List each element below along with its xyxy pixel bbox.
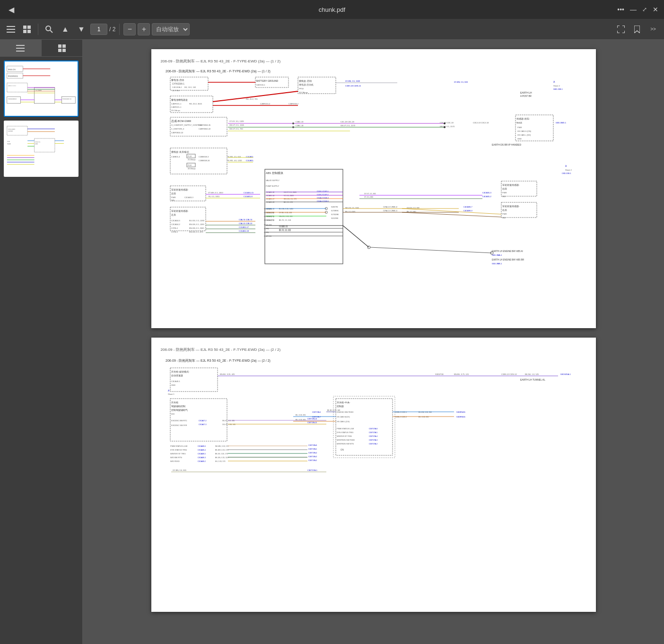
svg-text:控制器: 控制器	[35, 143, 38, 145]
next-page-button[interactable]: ▼	[74, 22, 88, 36]
svg-text:C2CA03-3: C2CA03-3	[184, 196, 193, 199]
sidebar-toggle-button[interactable]	[4, 22, 18, 36]
svg-text:C4BF0B18-35: C4BF0B18-35	[199, 124, 211, 126]
page-2-diagram: 206-09 - 防抱死制车 — EJL R3 50 43_2E - F-TYP…	[161, 356, 586, 522]
svg-text:BK-YE, 2.5, 618: BK-YE, 2.5, 618	[279, 219, 291, 221]
svg-text:GY-BN, 0.6, 665: GY-BN, 0.6, 665	[173, 469, 187, 471]
title-bar-left: ◀	[6, 4, 17, 15]
svg-rect-13	[58, 44, 61, 48]
pdf-content-area[interactable]: 206-09 - 防抱死制车 — EJL R3 50 43_2E - F-TYP…	[83, 40, 664, 644]
pdf-page-2: 206-09 - 防抱死制车 — EJL R3 50 43_2E - F-TYP…	[151, 338, 596, 612]
svg-text:C1BB01-4: C1BB01-4	[171, 156, 180, 158]
svg-text:A POST BR: A POST BR	[520, 95, 532, 97]
svg-text:GN-VT, 0.5, 1570: GN-VT, 0.5, 1570	[440, 125, 455, 128]
bookmark-button[interactable]	[630, 22, 644, 36]
svg-text:C3ET37A-14: C3ET37A-14	[307, 418, 317, 420]
svg-text:VT, 0.5, 893: VT, 0.5, 893	[364, 196, 373, 198]
svg-text:HS CAN H (ON): HS CAN H (ON)	[517, 130, 532, 132]
search-button[interactable]	[42, 22, 56, 36]
svg-text:总成-BCM-GWM: 总成-BCM-GWM	[171, 120, 191, 122]
svg-text:C4TK029A-1: C4TK029A-1	[172, 83, 185, 85]
thumbnail-page-2[interactable]: 开关组-旋转模式- 自动变速器 开关组-中央- 控制器	[4, 121, 79, 177]
sidebar-tab-grid[interactable]	[42, 40, 83, 56]
svg-text:40.0 Amps: 40.0 Amps	[188, 168, 196, 170]
svg-text:C3ET37A-7: C3ET37A-7	[312, 416, 321, 418]
svg-text:C_IGNITION_3: C_IGNITION_3	[171, 128, 184, 130]
svg-text:开关组-中央-: 开关组-中央-	[35, 141, 41, 143]
svg-text:接线盒-友后端-左: 接线盒-友后端-左	[171, 150, 189, 153]
back-button[interactable]: ◀	[6, 4, 17, 15]
svg-text:自动变速器: 自动变速器	[171, 374, 183, 377]
svg-point-263	[444, 126, 446, 128]
svg-text:PWR: PWR	[517, 126, 522, 129]
svg-text:开关组: 开关组	[171, 401, 178, 404]
thumbnail-page-1[interactable]: 蓄电池-启动 蓄电池继电器盒 总成-BCM-GWM ABS 控制模块	[4, 61, 79, 117]
svg-text:GN-VT, 0.5, 1345: GN-VT, 0.5, 1345	[229, 124, 245, 126]
svg-text:车轮转速传感器-: 车轮转速传感器-	[171, 209, 189, 212]
svg-text:BN-BU, 0.35, 425: BN-BU, 0.35, 425	[220, 373, 235, 375]
svg-text:C1CA01-15: C1CA01-15	[244, 191, 254, 194]
close-icon[interactable]: ✕	[653, 6, 658, 13]
svg-point-112	[292, 126, 294, 128]
svg-text:12.0 Wiri: 12.0 Wiri	[172, 89, 180, 92]
svg-text:BATTERY GROUND: BATTERY GROUND	[256, 79, 279, 82]
svg-text:C31A-6 C31B-6: C31A-6 C31B-6	[317, 200, 329, 202]
svg-text:WINTER ST TRIG: WINTER ST TRIG	[170, 453, 186, 455]
svg-text:C4BF0C5-1: C4BF0C5-1	[171, 106, 182, 108]
svg-text:C3ET37A-5: C3ET37A-5	[369, 432, 377, 434]
svg-text:PWR: PWR	[502, 213, 507, 215]
svg-text:C33N-12 C33V-12: C33N-12 C33V-12	[501, 373, 517, 375]
prev-page-button[interactable]: ▲	[58, 22, 72, 36]
svg-text:C33H-18 C32N-15: C33H-18 C32N-15	[345, 85, 361, 87]
fullscreen-button[interactable]	[614, 22, 628, 36]
svg-text:控制器: 控制器	[337, 405, 344, 408]
svg-text:Sheet 2: Sheet 2	[553, 85, 560, 87]
svg-text:C4CA06-4: C4CA06-4	[463, 209, 472, 212]
dots-icon[interactable]: •••	[617, 6, 624, 13]
svg-text:C3ET37A-2: C3ET37A-2	[369, 443, 377, 445]
zoom-select[interactable]: 自动缩放 50% 75% 100% 125% 150%	[152, 23, 190, 35]
svg-text:S3DRN5G: S3DRN5G	[456, 416, 465, 418]
svg-text:C3ET37A-15: C3ET37A-15	[307, 422, 317, 424]
zoom-out-button[interactable]: −	[123, 23, 136, 35]
main-layout: 蓄电池-启动 蓄电池继电器盒 总成-BCM-GWM ABS 控制模块	[0, 40, 664, 644]
separator-1	[38, 24, 38, 35]
title-bar: ◀ chunk.pdf ••• — ⤢ ✕	[0, 0, 664, 19]
svg-text:FL50: FL50	[188, 165, 192, 166]
svg-text:C1BB01B-3: C1BB01B-3	[199, 156, 209, 158]
svg-text:G3CH25A-1: G3CH25A-1	[560, 373, 571, 375]
svg-text:ABS 控制模块: ABS 控制模块	[35, 90, 41, 91]
page-number-input[interactable]	[90, 24, 107, 35]
more-tools-button[interactable]: >>	[646, 22, 660, 36]
svg-text:ON: ON	[341, 449, 344, 451]
svg-text:C3CA47-2: C3CA47-2	[199, 420, 206, 422]
restore-icon[interactable]: ⤢	[642, 6, 647, 13]
minimize-icon[interactable]: —	[630, 6, 637, 13]
zoom-in-button[interactable]: +	[138, 23, 150, 35]
svg-text:GN-VT, 0.5, 760: GN-VT, 0.5, 760	[229, 128, 243, 130]
svg-rect-3	[23, 26, 26, 29]
page-1-diagram: 206-09 - 防抱死制车 — EJL R3 50 43_2E - F-TYP…	[161, 68, 586, 318]
svg-text:C4BF0B10-22: C4BF0B10-22	[199, 128, 211, 130]
page-total: / 2	[109, 26, 115, 33]
svg-text:C1CA01-8: C1CA01-8	[244, 195, 253, 198]
svg-text:EARTH LH TUNNEL AL: EARTH LH TUNNEL AL	[520, 378, 545, 381]
svg-text:YE, 0.5, 1815: YE, 0.5, 1815	[208, 195, 220, 198]
svg-text:C28R01B-2: C28R01B-2	[288, 103, 299, 105]
svg-text:蓄电池继电器盒: 蓄电池继电器盒	[171, 98, 188, 101]
svg-text:C4BF0C5-1: C4BF0C5-1	[171, 103, 182, 105]
svg-text:C3ET37A-8: C3ET37A-8	[369, 428, 377, 430]
grid-view-button[interactable]	[20, 22, 34, 36]
svg-text:C3BN-3 C33V-1: C3BN-3 C33V-1	[395, 411, 407, 413]
svg-rect-15	[58, 49, 61, 52]
sidebar-tab-list[interactable]	[0, 40, 42, 56]
svg-text:C11E-1 C11F-1: C11E-1 C11F-1	[317, 191, 329, 192]
svg-text:BU, 0.35, 905: BU, 0.35, 905	[296, 414, 306, 416]
svg-text:PWM STATUS L/LW: PWM STATUS L/LW	[337, 427, 354, 430]
svg-text:车轮转速传感器-: 车轮转速传感器-	[171, 188, 189, 191]
svg-text:右后: 右后	[502, 209, 507, 211]
svg-text:BN-GN, 0.5, 870: BN-GN, 0.5, 870	[189, 231, 203, 233]
svg-text:GY-BN, 0.5, 600: GY-BN, 0.5, 600	[454, 81, 468, 83]
svg-text:206-09 - 防抱死制车 — EJL R3 50 43_: 206-09 - 防抱死制车 — EJL R3 50 43_2E - F-TYP…	[166, 70, 271, 73]
svg-text:S1TBRSK: S1TBRSK	[331, 210, 339, 212]
